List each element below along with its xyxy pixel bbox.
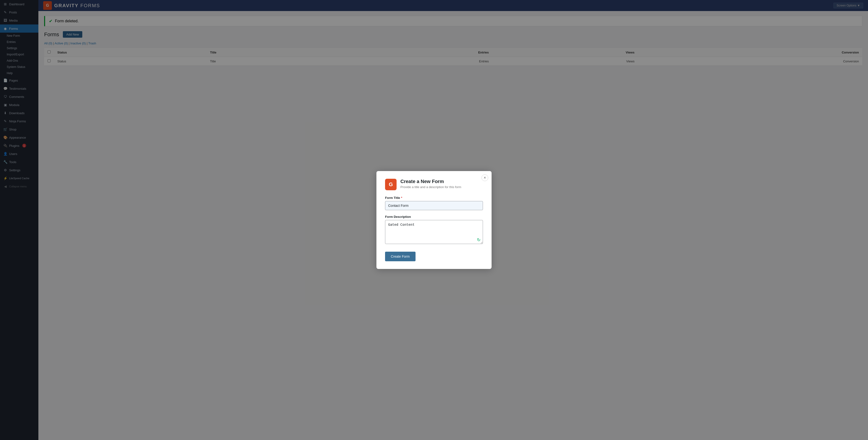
form-title-field-group: Form Title *: [385, 196, 483, 210]
modal-subtitle: Provide a title and a description for th…: [400, 185, 461, 189]
required-indicator: *: [401, 196, 402, 199]
form-description-input[interactable]: Gated Content: [385, 220, 483, 244]
modal-logo-icon: G: [385, 179, 397, 190]
form-title-label: Form Title *: [385, 196, 483, 199]
form-description-label: Form Description: [385, 215, 483, 219]
form-description-field-group: Form Description Gated Content ↻: [385, 215, 483, 245]
create-form-button[interactable]: Create Form: [385, 252, 415, 261]
form-title-input[interactable]: [385, 201, 483, 210]
refresh-icon: ↻: [477, 237, 480, 243]
modal-header: G Create a New Form Provide a title and …: [385, 179, 483, 190]
modal-close-button[interactable]: ×: [482, 175, 488, 181]
modal-overlay[interactable]: × G Create a New Form Provide a title an…: [0, 0, 868, 440]
modal-title-group: Create a New Form Provide a title and a …: [400, 179, 461, 189]
form-description-wrapper: Gated Content ↻: [385, 220, 483, 245]
modal-title: Create a New Form: [400, 179, 461, 184]
modal-dialog: × G Create a New Form Provide a title an…: [376, 171, 492, 269]
